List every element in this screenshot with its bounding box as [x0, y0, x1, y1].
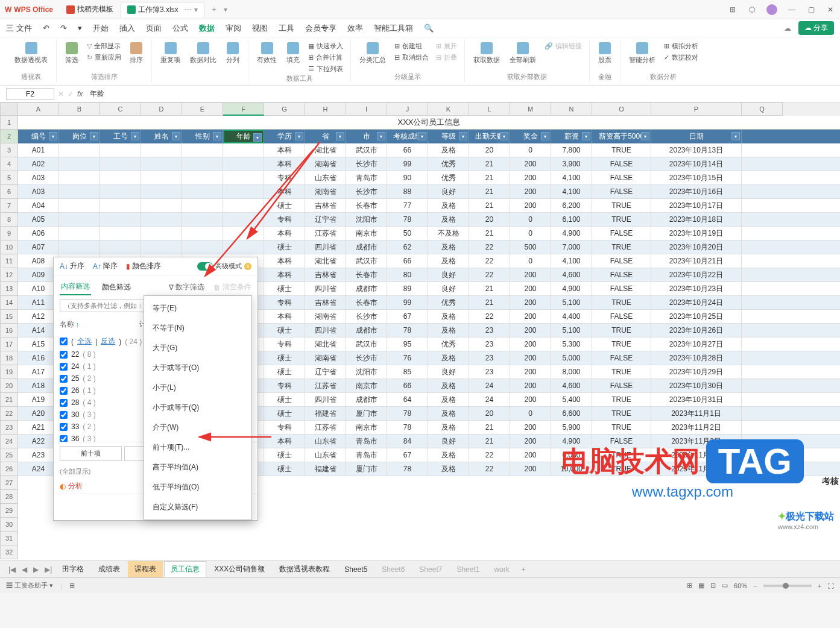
table-cell[interactable]: 专科	[264, 379, 305, 392]
table-cell[interactable]: TRUE	[592, 143, 651, 157]
number-filter-option[interactable]: 自定义筛选(F)	[144, 497, 251, 517]
row-number[interactable]: 28	[0, 490, 18, 504]
table-cell[interactable]: 21	[469, 435, 510, 448]
table-cell[interactable]	[59, 199, 100, 212]
table-cell[interactable]: 2023年10月14日	[651, 157, 742, 171]
table-cell[interactable]: 及格	[428, 254, 469, 268]
table-cell[interactable]: 22	[469, 268, 510, 281]
table-cell[interactable]: 4,900	[551, 227, 592, 240]
table-cell[interactable]: 辽宁省	[305, 365, 346, 378]
table-cell[interactable]: 良好	[428, 365, 469, 378]
table-cell[interactable]	[100, 185, 141, 198]
redo-button[interactable]: ↷	[60, 24, 67, 33]
table-cell[interactable]: TRUE	[592, 199, 651, 212]
tab-menu-icon[interactable]: ⋯	[185, 5, 192, 14]
fill-button[interactable]: 填充	[284, 41, 302, 66]
table-cell[interactable]: 及格	[428, 462, 469, 476]
table-cell[interactable]: 硕士	[264, 448, 305, 462]
table-cell[interactable]: A03	[18, 185, 59, 198]
table-cell[interactable]: FALSE	[592, 254, 651, 268]
group-create-button[interactable]: ⊞创建组	[393, 41, 430, 51]
cancel-formula-icon[interactable]: ✕	[58, 90, 64, 98]
table-cell[interactable]	[141, 185, 182, 198]
table-cell[interactable]: 优秀	[428, 171, 469, 184]
table-cell[interactable]: 20	[469, 407, 510, 420]
table-cell[interactable]	[223, 171, 264, 184]
table-cell[interactable]: 本科	[264, 157, 305, 171]
sheet-tab[interactable]: work	[487, 562, 516, 577]
table-cell[interactable]: 南京市	[346, 379, 387, 392]
maximize-button[interactable]: ▢	[806, 5, 816, 14]
table-cell[interactable]: 0	[510, 143, 551, 157]
cell-name-box[interactable]	[6, 88, 54, 100]
table-cell[interactable]: 及格	[428, 213, 469, 226]
table-cell[interactable]: 4,900	[551, 282, 592, 295]
tab-dropdown-icon[interactable]: ▾	[194, 5, 198, 14]
whatif-button[interactable]: ⊞模拟分析	[663, 41, 699, 51]
row-number[interactable]: 32	[0, 545, 18, 559]
table-header-cell[interactable]: 省▾	[305, 130, 346, 143]
table-header-cell[interactable]: 日期▾	[651, 130, 742, 143]
col-header[interactable]: B	[59, 102, 100, 116]
table-cell[interactable]: 99	[387, 296, 428, 309]
table-cell[interactable]: 辽宁省	[305, 213, 346, 226]
table-cell[interactable]	[100, 213, 141, 226]
table-cell[interactable]: 78	[387, 462, 428, 476]
app-icon-2[interactable]: ⬡	[747, 5, 757, 14]
table-cell[interactable]: 本科	[264, 185, 305, 198]
menu-data[interactable]: 数据	[199, 23, 215, 34]
collapse-button[interactable]: ⊟折叠	[435, 52, 458, 63]
table-cell[interactable]: 本科	[264, 143, 305, 157]
table-cell[interactable]	[100, 240, 141, 254]
clear-conditions-button[interactable]: 🗑清空条件	[213, 280, 251, 294]
table-cell[interactable]	[182, 199, 223, 212]
table-cell[interactable]: A07	[18, 240, 59, 254]
row-number[interactable]: 3	[0, 143, 18, 157]
table-cell[interactable]: 2023年10月30日	[651, 379, 742, 392]
table-cell[interactable]	[100, 227, 141, 240]
table-cell[interactable]: TRUE	[592, 296, 651, 309]
stock-button[interactable]: 股票	[596, 41, 614, 66]
table-cell[interactable]: 及格	[428, 393, 469, 406]
table-cell[interactable]: 21	[469, 157, 510, 171]
table-cell[interactable]: 4,600	[551, 379, 592, 392]
filter-dropdown-icon[interactable]: ▾	[541, 132, 549, 140]
table-cell[interactable]: 及格	[428, 324, 469, 337]
table-cell[interactable]: 67	[387, 448, 428, 462]
number-filter-option[interactable]: 小于或等于(Q)	[144, 398, 251, 418]
table-cell[interactable]: 及格	[428, 379, 469, 392]
table-cell[interactable]	[182, 185, 223, 198]
row-number[interactable]: 20	[0, 379, 18, 393]
table-cell[interactable]: 武汉市	[346, 338, 387, 351]
table-cell[interactable]	[223, 143, 264, 157]
filter-dropdown-icon[interactable]: ▾	[295, 132, 303, 140]
fx-icon[interactable]: fx	[77, 90, 83, 98]
table-cell[interactable]: 福建省	[305, 462, 346, 476]
col-header[interactable]: J	[387, 102, 428, 116]
table-cell[interactable]: 66	[387, 379, 428, 392]
table-cell[interactable]: 0	[510, 213, 551, 226]
table-header-cell[interactable]: 奖金▾	[510, 130, 551, 143]
table-cell[interactable]: 4,600	[551, 268, 592, 281]
col-header[interactable]: G	[264, 102, 305, 116]
filter-dropdown-icon[interactable]: ▾	[731, 132, 740, 140]
table-cell[interactable]	[182, 171, 223, 184]
table-cell[interactable]: 99	[387, 157, 428, 171]
filter-dropdown-icon[interactable]: ▾	[49, 132, 57, 140]
reapply-button[interactable]: ↻重新应用	[86, 52, 122, 63]
zoom-level[interactable]: 60%	[734, 582, 747, 589]
filter-dropdown-icon[interactable]: ▾	[336, 132, 344, 140]
table-cell[interactable]: 21	[469, 171, 510, 184]
row-number[interactable]: 1	[0, 116, 18, 130]
table-cell[interactable]: 2023年10月28日	[651, 351, 742, 365]
table-cell[interactable]: 2023年10月16日	[651, 185, 742, 198]
table-cell[interactable]: 不及格	[428, 227, 469, 240]
table-cell[interactable]: TRUE	[592, 407, 651, 420]
table-cell[interactable]: 200	[510, 157, 551, 171]
table-cell[interactable]: 76	[387, 351, 428, 365]
table-cell[interactable]: 6,600	[551, 407, 592, 420]
table-cell[interactable]	[141, 227, 182, 240]
table-cell[interactable]: 24	[469, 393, 510, 406]
row-number[interactable]: 10	[0, 240, 18, 254]
table-cell[interactable]: 21	[469, 296, 510, 309]
